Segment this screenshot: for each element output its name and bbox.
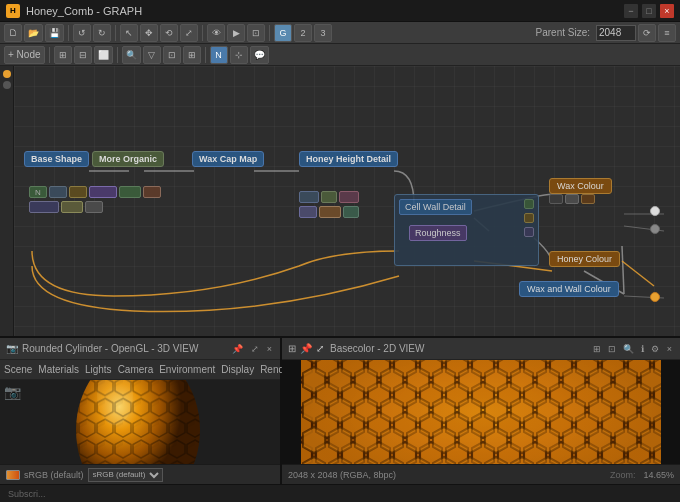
view-2d-content <box>282 360 680 464</box>
node-honey-height[interactable]: Honey Height Detail <box>299 151 398 167</box>
scale-btn[interactable]: ⤢ <box>180 24 198 42</box>
3d-close-btn[interactable]: × <box>265 344 274 354</box>
sn-5[interactable] <box>119 186 141 198</box>
mn-6[interactable] <box>343 206 359 218</box>
sidebar-dot-1[interactable] <box>3 70 11 78</box>
node-base-shape[interactable]: Base Shape <box>24 151 89 167</box>
wsn-2[interactable] <box>565 194 579 204</box>
app-icon: H <box>6 4 20 18</box>
rotate-btn[interactable]: ⟲ <box>160 24 178 42</box>
3d-view-btn[interactable]: 3 <box>314 24 332 42</box>
node-cell-wall[interactable]: Cell Wall Detail <box>399 199 472 215</box>
sn-2[interactable] <box>49 186 67 198</box>
mn-3[interactable] <box>339 191 359 203</box>
move-btn[interactable]: ✥ <box>140 24 158 42</box>
node-more-organic[interactable]: More Organic <box>92 151 164 167</box>
color-space: sRGB (default) <box>24 470 84 480</box>
2d-fit-btn[interactable]: ⊡ <box>606 344 618 354</box>
wsn-3[interactable] <box>581 194 595 204</box>
tb-environment[interactable]: Environment <box>159 364 215 375</box>
layout-btn[interactable]: ⊟ <box>74 46 92 64</box>
bake-btn[interactable]: ⊡ <box>247 24 265 42</box>
node-wax-wall-colour[interactable]: Wax and Wall Colour <box>519 281 619 297</box>
tb-lights[interactable]: Lights <box>85 364 112 375</box>
svg-point-4 <box>76 380 200 464</box>
nav-btn[interactable]: N <box>210 46 228 64</box>
tb-materials[interactable]: Materials <box>38 364 79 375</box>
more-organic-header: More Organic <box>92 151 164 167</box>
2d-view-btn[interactable]: 2 <box>294 24 312 42</box>
refresh-btn[interactable]: ⟳ <box>638 24 656 42</box>
3d-fullscreen-btn[interactable]: ⤢ <box>249 344 261 354</box>
sn-6[interactable] <box>143 186 161 198</box>
sn-8[interactable] <box>61 201 83 213</box>
color-space-select[interactable]: sRGB (default) <box>88 468 163 482</box>
window-controls[interactable]: − □ × <box>624 4 674 18</box>
search-btn[interactable]: 🔍 <box>122 46 141 64</box>
save-btn[interactable]: 💾 <box>45 24 64 42</box>
sn-9[interactable] <box>85 201 103 213</box>
snap-btn[interactable]: ⊹ <box>230 46 248 64</box>
view-btn[interactable]: 👁 <box>207 24 225 42</box>
sn-1[interactable]: N <box>29 186 47 198</box>
mn-5[interactable] <box>319 206 341 218</box>
select-btn[interactable]: ↖ <box>120 24 138 42</box>
inner-node-3[interactable] <box>524 227 534 237</box>
2d-close-btn[interactable]: × <box>665 344 674 354</box>
sn-7[interactable] <box>29 201 59 213</box>
undo-btn[interactable]: ↺ <box>73 24 91 42</box>
render-btn[interactable]: ▶ <box>227 24 245 42</box>
inner-node-2[interactable] <box>524 213 534 223</box>
title-bar: H Honey_Comb - GRAPH − □ × <box>0 0 680 22</box>
node-graph[interactable]: Base Shape More Organic Wax Cap Map Hone… <box>14 66 680 336</box>
inner-node-1[interactable] <box>524 199 534 209</box>
parent-size-input[interactable] <box>596 25 636 41</box>
redo-btn[interactable]: ↻ <box>93 24 111 42</box>
extra-btn[interactable]: ≡ <box>658 24 676 42</box>
node-honey-colour[interactable]: Honey Colour <box>549 251 620 267</box>
mn-1[interactable] <box>299 191 319 203</box>
base-shape-label: Base Shape <box>31 154 82 164</box>
2d-info-btn[interactable]: ℹ <box>639 344 646 354</box>
parent-size-label: Parent Size: <box>536 27 590 38</box>
maximize-button[interactable]: □ <box>642 4 656 18</box>
second-toolbar: + Node ⊞ ⊟ ⬜ 🔍 ▽ ⊡ ⊞ N ⊹ 💬 <box>0 44 680 66</box>
view-2d-panel: ⊞ 📌 ⤢ Basecolor - 2D VIEW ⊞ ⊡ 🔍 ℹ ⚙ × <box>282 338 680 484</box>
2d-pin-btn[interactable]: 📌 <box>300 343 312 354</box>
tb-display[interactable]: Display <box>221 364 254 375</box>
node-wax-colour[interactable]: Wax Colour <box>549 178 612 194</box>
group-btn[interactable]: ⬜ <box>94 46 113 64</box>
graph-view-btn[interactable]: G <box>274 24 292 42</box>
view-3d-footer: sRGB (default) sRGB (default) <box>0 464 280 484</box>
3d-pin-btn[interactable]: 📌 <box>230 344 245 354</box>
zoom-sel-btn[interactable]: ⊞ <box>183 46 201 64</box>
filter-btn[interactable]: ▽ <box>143 46 161 64</box>
tb-scene[interactable]: Scene <box>4 364 32 375</box>
close-button[interactable]: × <box>660 4 674 18</box>
tb-camera[interactable]: Camera <box>118 364 154 375</box>
sn-3[interactable] <box>69 186 87 198</box>
2d-settings-btn[interactable]: ⚙ <box>649 344 661 354</box>
node-wax-cap[interactable]: Wax Cap Map <box>192 151 264 167</box>
sn-4[interactable] <box>89 186 117 198</box>
mn-2[interactable] <box>321 191 337 203</box>
new-btn[interactable]: 🗋 <box>4 24 22 42</box>
minimize-button[interactable]: − <box>624 4 638 18</box>
sep4 <box>269 25 270 41</box>
add-node-btn[interactable]: + Node <box>4 46 45 64</box>
status-text: Subscri... <box>8 489 672 499</box>
view-3d-title: Rounded Cylinder - OpenGL - 3D VIEW <box>22 343 198 354</box>
svg-rect-17 <box>301 360 661 464</box>
2d-grid-btn[interactable]: ⊞ <box>591 344 603 354</box>
sep1 <box>68 25 69 41</box>
node-roughness[interactable]: Roughness <box>409 225 467 241</box>
2d-fullscreen-btn[interactable]: ⤢ <box>316 343 324 354</box>
2d-zoom-btn[interactable]: 🔍 <box>621 344 636 354</box>
zoom-fit-btn[interactable]: ⊡ <box>163 46 181 64</box>
sidebar-dot-2[interactable] <box>3 81 11 89</box>
mn-4[interactable] <box>299 206 317 218</box>
align-btn[interactable]: ⊞ <box>54 46 72 64</box>
open-btn[interactable]: 📂 <box>24 24 43 42</box>
comment-btn[interactable]: 💬 <box>250 46 269 64</box>
wsn-1[interactable] <box>549 194 563 204</box>
